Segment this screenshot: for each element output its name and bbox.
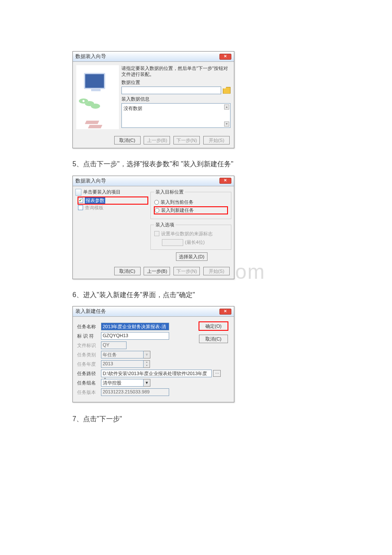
close-icon[interactable]: ✕ — [219, 309, 231, 315]
list-item-label: 查询模板 — [85, 205, 104, 211]
scroll-up-icon[interactable]: ▴ — [224, 104, 229, 110]
step-6-text: 6、进入"装入新建任务"界面，点击"确定" — [72, 289, 320, 301]
radio-icon[interactable] — [155, 208, 159, 213]
task-group-select[interactable]: 清华控股 — [101, 379, 144, 387]
source-flag-input — [162, 239, 183, 246]
radio-label: 装入到当前任务 — [161, 199, 193, 205]
items-list: 单击要装入的项目 ✔ 报表参数 查询模板 — [75, 189, 148, 261]
start-button: 开始(S) — [203, 136, 230, 145]
group-legend: 装入目标位置 — [154, 189, 185, 195]
step-5-text: 5、点击下一步"，选择"报表参数"和 "装入到新建任务" — [72, 159, 320, 170]
year-spinner: ▴▾ — [144, 360, 150, 368]
list-header: 单击要装入的项目 — [83, 189, 121, 195]
back-button: 上一步(B) — [144, 136, 170, 145]
task-name-input[interactable]: 2013年度企业财务决算报表-清华 — [101, 323, 169, 330]
close-icon[interactable]: ✕ — [219, 178, 231, 184]
radio-label: 装入到新建任务 — [161, 207, 194, 214]
label-task-group: 任务组名 — [77, 380, 101, 386]
ok-button[interactable]: 确定(O) — [199, 322, 228, 330]
identifier-input[interactable]: GZQYQH13 — [101, 332, 169, 340]
next-button: 下一步(N) — [173, 267, 200, 275]
radio-new-task[interactable]: 装入到新建任务 — [154, 207, 228, 214]
file-id-input: QY — [101, 341, 127, 349]
label-task-name: 任务名称 — [77, 324, 101, 330]
dialog-data-import-2: 数据装入向导 ✕ 单击要装入的项目 ✔ 报表参数 查询模板 装入目标位置 装 — [72, 176, 234, 279]
cancel-button[interactable]: 取消(C) — [114, 136, 141, 145]
list-item-label: 报表参数 — [85, 197, 105, 204]
dialog-title: 数据装入向导 — [75, 53, 106, 60]
dialog-new-task: 装入新建任务 ✕ 确定(O) 取消(C) 任务名称 2013年度企业财务决算报表… — [72, 306, 234, 402]
option-label: 设置单位数据的来源标志 — [161, 231, 213, 237]
load-info-content: 没有数据 — [124, 106, 142, 111]
close-icon[interactable]: ✕ — [219, 54, 231, 60]
dialog-title: 装入新建任务 — [75, 308, 106, 315]
select-load-button[interactable]: 选择装入(D) — [176, 252, 207, 261]
cancel-button[interactable]: 取消(C) — [114, 267, 141, 275]
task-version-input: 20131223.215033.989 — [101, 388, 169, 396]
target-location-group: 装入目标位置 装入到当前任务 装入到新建任务 — [150, 189, 231, 219]
radio-icon[interactable] — [154, 200, 159, 205]
group-legend: 装入选项 — [154, 222, 176, 228]
scroll-down-icon[interactable]: ▾ — [224, 121, 229, 127]
folder-open-icon[interactable] — [223, 87, 231, 94]
data-location-label: 数据位置 — [121, 79, 231, 86]
task-path-input[interactable]: D:\软件安装\2013年度企业报表处理软件\2013年度企 — [101, 370, 212, 377]
load-options-group: 装入选项 设置单位数据的来源标志 (最长4位) — [150, 222, 231, 250]
label-task-version: 任务版本 — [77, 389, 101, 396]
dialog-title: 数据装入向导 — [75, 177, 106, 185]
label-task-year: 任务年度 — [77, 361, 101, 367]
titlebar: 数据装入向导 ✕ — [73, 52, 234, 62]
task-type-select: 年任务 — [101, 351, 144, 358]
next-button: 下一步(N) — [173, 136, 200, 145]
titlebar: 装入新建任务 ✕ — [73, 306, 234, 317]
list-item-report-params[interactable]: ✔ 报表参数 — [78, 197, 148, 204]
chevron-down-icon: ▼ — [144, 351, 150, 358]
load-info-label: 装入数据信息 — [121, 96, 231, 102]
checkbox-icon — [154, 231, 159, 236]
label-task-type: 任务类别 — [77, 352, 101, 358]
browse-icon[interactable]: ⋯ — [213, 370, 221, 377]
start-button: 开始(S) — [203, 267, 230, 275]
data-location-input[interactable] — [121, 87, 221, 94]
titlebar: 数据装入向导 ✕ — [73, 176, 234, 186]
instruction-text: 请指定要装入数据的位置，然后单击"下一步"按钮对文件进行装配。 — [121, 65, 231, 78]
chevron-down-icon[interactable]: ▼ — [144, 379, 150, 387]
step-7-text: 7、点击"下一步" — [72, 413, 320, 425]
checkbox-icon[interactable] — [78, 205, 83, 210]
load-info-box: 没有数据 ▴ ▾ — [121, 103, 231, 128]
cancel-button[interactable]: 取消(C) — [199, 335, 228, 343]
back-button[interactable]: 上一步(B) — [144, 267, 170, 275]
label-identifier: 标 识 符 — [77, 333, 101, 339]
checkbox-icon[interactable]: ✔ — [78, 198, 83, 203]
hint-text: (最长4位) — [185, 239, 205, 246]
option-set-source-flag: 设置单位数据的来源标志 — [154, 231, 228, 237]
task-year-input: 2013 — [101, 360, 144, 368]
dialog-data-import-1: 数据装入向导 ✕ 请指定要装入数据的位置，然后单击"下一步"按钮对文件进行装配。… — [72, 51, 234, 148]
list-item-query-template[interactable]: 查询模板 — [78, 204, 148, 211]
wizard-clipart — [76, 65, 119, 129]
label-file-id: 文件标识 — [77, 342, 101, 349]
radio-current-task[interactable]: 装入到当前任务 — [154, 199, 228, 205]
label-task-path: 任务路径 — [77, 370, 101, 377]
document-icon — [75, 189, 81, 196]
